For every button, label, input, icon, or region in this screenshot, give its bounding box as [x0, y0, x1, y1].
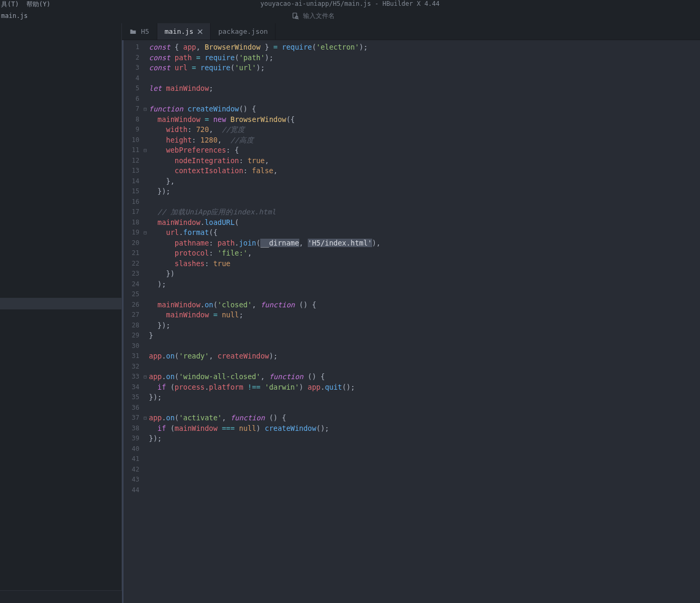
- tab-h5-folder[interactable]: H5: [122, 23, 157, 40]
- fold-column[interactable]: ⊟⊟⊟⊟⊟: [143, 40, 148, 603]
- sidebar[interactable]: [0, 23, 122, 603]
- menu-bar: 具(T) 帮助(Y): [0, 0, 700, 8]
- vertical-scrollbar[interactable]: [693, 40, 700, 603]
- sidebar-selected-item[interactable]: [0, 298, 121, 309]
- line-number-gutter[interactable]: 1234567891011121314151617181920212223242…: [125, 40, 143, 603]
- svg-line-2: [298, 18, 299, 20]
- file-search[interactable]: [291, 12, 409, 20]
- status-bar: [0, 590, 122, 603]
- search-file-icon: [291, 12, 299, 20]
- file-search-input[interactable]: [303, 12, 409, 20]
- svg-rect-0: [293, 13, 297, 18]
- tab-package-json[interactable]: package.json: [211, 23, 276, 40]
- folder-icon: [129, 28, 137, 35]
- editor-tabs: H5 main.js package.json: [122, 23, 700, 40]
- tab-main-js[interactable]: main.js: [157, 23, 211, 40]
- menu-tools[interactable]: 具(T): [1, 0, 19, 9]
- close-icon[interactable]: [197, 29, 203, 34]
- toolbar: main.js: [0, 8, 700, 23]
- menu-help[interactable]: 帮助(Y): [26, 0, 51, 9]
- open-file-label: main.js: [0, 12, 28, 20]
- tab-label: package.json: [218, 27, 268, 35]
- tab-label: H5: [141, 27, 149, 35]
- code-editor[interactable]: const { app, BrowserWindow } = require('…: [148, 40, 693, 603]
- tab-label: main.js: [165, 27, 194, 35]
